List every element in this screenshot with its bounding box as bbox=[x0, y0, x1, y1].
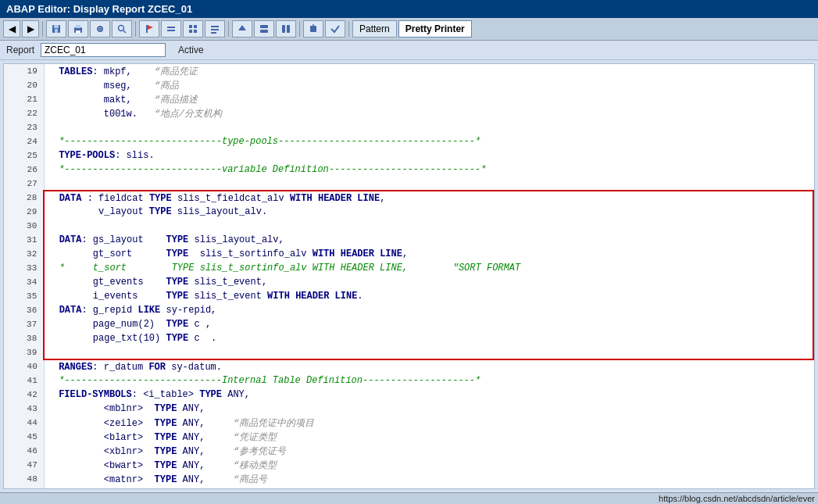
back-button[interactable]: ◀ bbox=[3, 20, 20, 38]
toolbar: ◀ ▶ Pattern Pretty P bbox=[0, 18, 818, 41]
table-row: 45 <blart> TYPE ANY, “凭证类型 bbox=[4, 430, 813, 444]
line-code: *----------------------------variable De… bbox=[44, 163, 813, 177]
line-number: 21 bbox=[4, 92, 44, 106]
svg-rect-23 bbox=[260, 30, 268, 33]
separator-5 bbox=[348, 21, 349, 37]
table-row: 29 v_layout TYPE slis_layout_alv. bbox=[4, 205, 813, 219]
line-number: 45 bbox=[4, 430, 44, 444]
table-row: 33 * t_sort TYPE slis_t_sortinfo_alv WIT… bbox=[4, 261, 813, 275]
btn-a[interactable] bbox=[112, 20, 132, 38]
search-icon bbox=[116, 23, 127, 34]
pretty-printer-button[interactable]: Pretty Printer bbox=[398, 20, 472, 38]
line-number: 36 bbox=[4, 303, 44, 317]
svg-rect-22 bbox=[260, 25, 268, 28]
report-bar: Report Active bbox=[0, 41, 818, 60]
editor-area: 19 TABLES: mkpf, “商品凭证20 mseg, “商品21 mak… bbox=[3, 63, 815, 489]
line-number: 35 bbox=[4, 289, 44, 303]
svg-rect-1 bbox=[54, 25, 59, 28]
save-button[interactable] bbox=[46, 20, 66, 38]
line-code: gt_sort TYPE slis_t_sortinfo_alv WITH HE… bbox=[44, 247, 813, 261]
line-number: 33 bbox=[4, 261, 44, 275]
line-code: page_num(2) TYPE c , bbox=[44, 317, 813, 331]
btn-g[interactable] bbox=[254, 20, 274, 38]
btn-b[interactable] bbox=[139, 20, 159, 38]
table-row: 24 *----------------------------type-poo… bbox=[4, 134, 813, 148]
title-text: ABAP Editor: Display Report ZCEC_01 bbox=[6, 3, 192, 15]
gear-icon bbox=[95, 23, 105, 34]
debug-icon bbox=[308, 23, 319, 34]
svg-rect-18 bbox=[211, 26, 219, 27]
line-number: 49 bbox=[4, 486, 44, 489]
svg-point-7 bbox=[99, 28, 102, 30]
svg-marker-21 bbox=[238, 25, 246, 30]
svg-rect-2 bbox=[55, 29, 58, 33]
flag-icon bbox=[144, 23, 155, 34]
line-code bbox=[44, 177, 813, 191]
report-label: Report bbox=[6, 45, 34, 55]
line-code: DATA: g_repid LIKE sy-repid, bbox=[44, 303, 813, 317]
settings-button[interactable] bbox=[90, 20, 110, 38]
table-row: 48 <matnr> TYPE ANY, “商品号 bbox=[4, 472, 813, 486]
table-row: 23 bbox=[4, 120, 813, 134]
arrow-up-icon bbox=[237, 23, 248, 34]
line-number: 25 bbox=[4, 148, 44, 163]
svg-rect-17 bbox=[194, 30, 197, 33]
line-number: 48 bbox=[4, 472, 44, 486]
code-table: 19 TABLES: mkpf, “商品凭证20 mseg, “商品21 mak… bbox=[4, 64, 814, 489]
line-code: <matnr> TYPE ANY, “商品号 bbox=[44, 472, 813, 486]
title-bar: ABAP Editor: Display Report ZCEC_01 bbox=[0, 0, 818, 18]
line-number: 47 bbox=[4, 458, 44, 472]
module-icon bbox=[188, 23, 198, 34]
table-row: 47 <bwart> TYPE ANY, “移动类型 bbox=[4, 458, 813, 472]
pattern-button[interactable]: Pattern bbox=[352, 20, 397, 38]
line-code: RANGES: r_datum FOR sy-datum. bbox=[44, 359, 813, 374]
line-code: TABLES: mkpf, “商品凭证 bbox=[44, 64, 813, 78]
line-number: 30 bbox=[4, 219, 44, 233]
line-number: 39 bbox=[4, 345, 44, 359]
line-number: 46 bbox=[4, 444, 44, 458]
status-bar: https://blog.csdn.net/abcdsdn/article/ev… bbox=[0, 492, 818, 504]
separator-4 bbox=[299, 21, 300, 37]
svg-rect-4 bbox=[76, 25, 80, 28]
btn-j[interactable] bbox=[325, 20, 345, 38]
btn-h[interactable] bbox=[276, 20, 296, 38]
status-bar-text: https://blog.csdn.net/abcdsdn/article/ev… bbox=[659, 494, 815, 503]
list-icon bbox=[209, 23, 220, 34]
forward-button[interactable]: ▶ bbox=[22, 20, 39, 38]
table-row: 37 page_num(2) TYPE c , bbox=[4, 317, 813, 331]
table-row: 30 bbox=[4, 219, 813, 233]
separator-1 bbox=[42, 21, 43, 37]
line-number: 34 bbox=[4, 275, 44, 289]
save-icon bbox=[51, 23, 62, 34]
split-icon bbox=[280, 23, 291, 34]
line-code: <zeile> TYPE ANY, “商品凭证中的项目 bbox=[44, 416, 813, 430]
svg-rect-10 bbox=[146, 25, 148, 33]
report-input[interactable] bbox=[41, 43, 166, 57]
separator-2 bbox=[135, 21, 136, 37]
line-number: 43 bbox=[4, 402, 44, 416]
btn-d[interactable] bbox=[183, 20, 203, 38]
line-code: <xblnr> TYPE ANY, “参考凭证号 bbox=[44, 444, 813, 458]
btn-i[interactable] bbox=[303, 20, 323, 38]
table-row: 26 *----------------------------variable… bbox=[4, 163, 813, 177]
table-row: 25 TYPE-POOLS: slis. bbox=[4, 148, 813, 163]
table-row: 31 DATA: gs_layout TYPE slis_layout_alv, bbox=[4, 233, 813, 247]
line-number: 31 bbox=[4, 233, 44, 247]
line-code bbox=[44, 219, 813, 233]
svg-rect-19 bbox=[211, 29, 219, 30]
line-code bbox=[44, 345, 813, 359]
svg-rect-16 bbox=[189, 30, 192, 33]
line-number: 37 bbox=[4, 317, 44, 331]
btn-c[interactable] bbox=[161, 20, 181, 38]
btn-e[interactable] bbox=[205, 20, 225, 38]
line-code: TYPE-POOLS: slis. bbox=[44, 148, 813, 163]
line-number: 26 bbox=[4, 163, 44, 177]
print-icon bbox=[73, 23, 84, 34]
line-number: 24 bbox=[4, 134, 44, 148]
svg-rect-5 bbox=[76, 30, 80, 33]
line-number: 20 bbox=[4, 78, 44, 92]
svg-point-8 bbox=[119, 26, 124, 31]
line-code: DATA: gs_layout TYPE slis_layout_alv, bbox=[44, 233, 813, 247]
btn-f[interactable] bbox=[232, 20, 252, 38]
print-button[interactable] bbox=[68, 20, 88, 38]
